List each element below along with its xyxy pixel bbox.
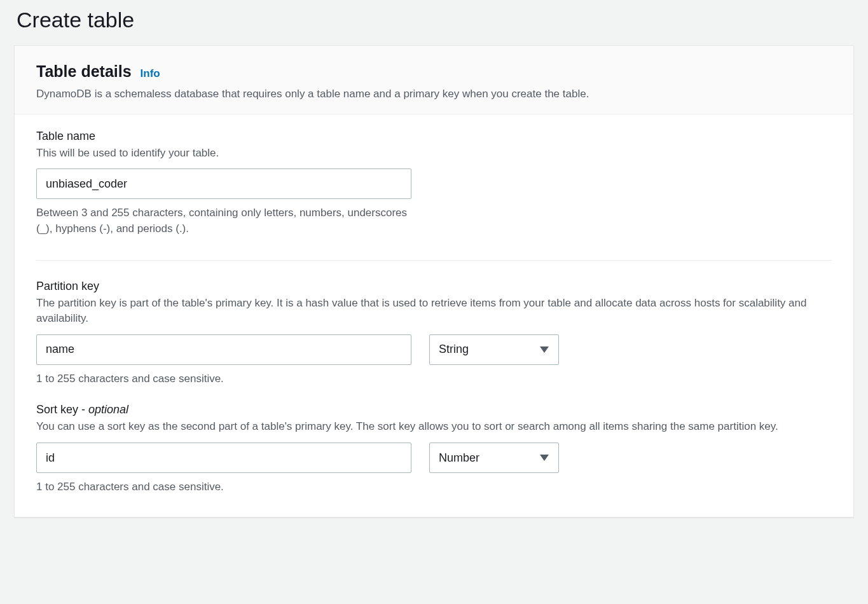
panel-header: Table details Info DynamoDB is a schemal…	[15, 46, 853, 114]
panel-description: DynamoDB is a schemaless database that r…	[36, 86, 832, 102]
table-details-panel: Table details Info DynamoDB is a schemal…	[14, 45, 854, 518]
sort-key-label: Sort key - optional	[36, 403, 832, 416]
partition-key-field: Partition key The partition key is part …	[36, 280, 832, 387]
sort-key-field: Sort key - optional You can use a sort k…	[36, 403, 832, 495]
sort-key-label-main: Sort key -	[36, 403, 88, 416]
partition-key-type-select[interactable]: String	[429, 334, 559, 365]
partition-key-type-value: String	[429, 334, 559, 365]
sort-key-label-optional: optional	[88, 403, 128, 416]
page-title: Create table	[14, 0, 854, 45]
table-name-post-hint: Between 3 and 255 characters, containing…	[36, 205, 424, 237]
table-name-hint: This will be used to identify your table…	[36, 146, 832, 161]
panel-heading: Table details	[36, 62, 132, 81]
partition-key-label: Partition key	[36, 280, 832, 293]
partition-key-input[interactable]	[36, 334, 411, 365]
table-name-field: Table name This will be used to identify…	[36, 130, 832, 237]
table-name-label: Table name	[36, 130, 832, 143]
sort-key-type-value: Number	[429, 443, 559, 473]
partition-key-post-hint: 1 to 255 characters and case sensitive.	[36, 371, 424, 387]
sort-key-hint: You can use a sort key as the second par…	[36, 419, 832, 435]
table-name-input[interactable]	[36, 168, 411, 199]
sort-key-input[interactable]	[36, 443, 411, 473]
sort-key-post-hint: 1 to 255 characters and case sensitive.	[36, 479, 424, 495]
partition-key-hint: The partition key is part of the table's…	[36, 296, 832, 327]
divider	[36, 260, 832, 261]
info-link[interactable]: Info	[141, 67, 160, 80]
sort-key-type-select[interactable]: Number	[429, 443, 559, 473]
